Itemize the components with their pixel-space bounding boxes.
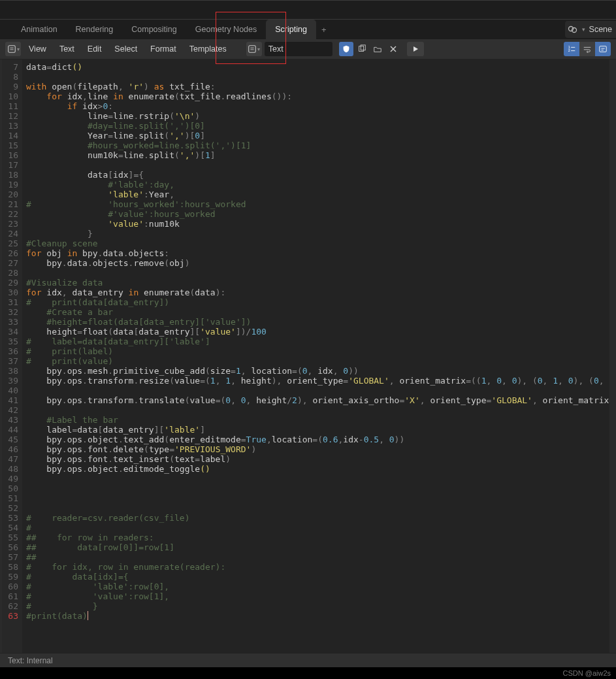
scene-selector[interactable]: ▾ Scene xyxy=(565,21,616,38)
run-script-button[interactable] xyxy=(407,42,424,56)
menu-text[interactable]: Text xyxy=(54,44,80,54)
watermark: CSDN @aiw2s xyxy=(562,669,611,677)
menu-edit[interactable]: Edit xyxy=(82,44,107,54)
code-area[interactable]: data=dict()with open(filepath, 'r') as t… xyxy=(22,59,609,653)
text-name-field[interactable]: Text xyxy=(265,42,332,56)
svg-rect-5 xyxy=(249,46,256,53)
play-icon xyxy=(412,45,419,53)
syntax-icon xyxy=(598,44,608,54)
workspace-tab-rendering[interactable]: Rendering xyxy=(67,20,123,39)
workspace-tab-geometry-nodes[interactable]: Geometry Nodes xyxy=(186,20,266,39)
display-options: 12 xyxy=(564,42,611,56)
toggle-word-wrap[interactable] xyxy=(579,42,595,56)
scene-label: Scene xyxy=(589,25,612,34)
menu-format[interactable]: Format xyxy=(145,44,182,54)
menu-templates[interactable]: Templates xyxy=(184,44,232,54)
svg-rect-9 xyxy=(361,45,365,50)
footer: CSDN @aiw2s xyxy=(0,667,616,679)
workspace-tabs: Animation Rendering Compositing Geometry… xyxy=(0,20,616,39)
toggle-line-numbers[interactable]: 12 xyxy=(564,42,579,56)
menu-view[interactable]: View xyxy=(24,44,52,54)
toggle-syntax-highlight[interactable] xyxy=(595,42,611,56)
shield-icon xyxy=(342,44,351,54)
workspace-tab-animation[interactable]: Animation xyxy=(12,20,67,39)
svg-text:2: 2 xyxy=(568,48,570,52)
text-datablock-browse[interactable]: ▾ xyxy=(246,42,262,56)
line-number-gutter: 7891011121314151617181920212223242526272… xyxy=(0,59,22,653)
workspace-tab-compositing[interactable]: Compositing xyxy=(122,20,186,39)
scene-icon xyxy=(568,24,578,35)
new-text-button[interactable] xyxy=(355,42,369,56)
open-text-button[interactable] xyxy=(370,42,385,56)
register-script-toggle[interactable] xyxy=(339,42,353,56)
workspace-add-button[interactable]: + xyxy=(316,20,332,39)
editor-type-button[interactable]: ▾ xyxy=(5,42,21,56)
vertical-scrollbar[interactable] xyxy=(609,59,616,653)
line-numbers-icon: 12 xyxy=(567,44,576,54)
close-icon xyxy=(389,45,397,53)
svg-rect-2 xyxy=(8,46,15,53)
duplicate-icon xyxy=(357,44,366,54)
unlink-text-button[interactable] xyxy=(386,42,400,56)
word-wrap-icon xyxy=(583,44,592,54)
status-bar: Text: Internal xyxy=(0,653,616,667)
text-editor-header: ▾ View Text Edit Select Format Templates… xyxy=(0,39,616,59)
folder-icon xyxy=(373,44,382,54)
svg-rect-17 xyxy=(600,46,607,52)
title-bar xyxy=(0,0,616,20)
svg-rect-8 xyxy=(359,46,363,52)
text-editor[interactable]: 7891011121314151617181920212223242526272… xyxy=(0,59,616,653)
menu-select[interactable]: Select xyxy=(109,44,142,54)
workspace-tab-scripting[interactable]: Scripting xyxy=(266,20,316,39)
status-text: Text: Internal xyxy=(8,656,53,665)
